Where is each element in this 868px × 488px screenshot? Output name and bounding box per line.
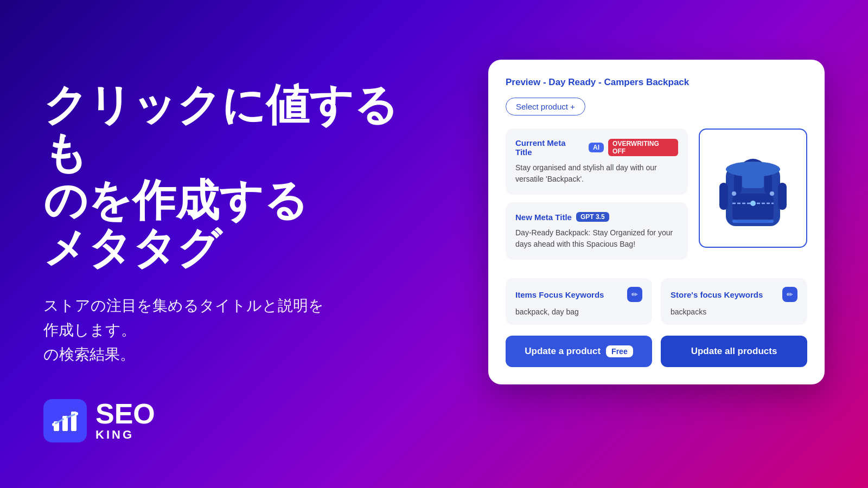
svg-point-3 bbox=[52, 423, 55, 426]
svg-point-5 bbox=[75, 412, 78, 415]
stores-focus-label: Store's focus Keywords bbox=[671, 290, 763, 299]
svg-rect-7 bbox=[732, 194, 774, 222]
svg-point-4 bbox=[63, 416, 67, 420]
current-meta-text: Stay organised and stylish all day with … bbox=[515, 162, 678, 185]
overwriting-badge: OVERWRITING OFF bbox=[608, 139, 678, 156]
edit-pencil-icon: ✏ bbox=[631, 290, 638, 299]
subtitle: ストアの注目を集めるタイトルと説明を作成します。の検索結果。 bbox=[43, 294, 423, 367]
main-title: クリックに値するものを作成するメタタグ bbox=[43, 81, 423, 272]
stores-focus-edit-button[interactable]: ✏ bbox=[782, 287, 797, 302]
logo-king: KING bbox=[95, 428, 155, 442]
svg-point-9 bbox=[750, 201, 756, 206]
new-meta-header: New Meta Title GPT 3.5 bbox=[515, 212, 678, 222]
items-focus-box: Items Focus Keywords ✏ backpack, day bag bbox=[506, 278, 652, 325]
product-image-box bbox=[699, 129, 807, 248]
right-panel: Preview - Day Ready - Campers Backpack S… bbox=[488, 60, 825, 384]
gpt-badge: GPT 3.5 bbox=[576, 212, 609, 222]
current-meta-label: Current Meta Title bbox=[515, 138, 584, 157]
logo-text: SEO KING bbox=[95, 400, 155, 442]
left-section: クリックに値するものを作成するメタタグ ストアの注目を集めるタイトルと説明を作成… bbox=[43, 81, 423, 442]
stores-focus-box: Store's focus Keywords ✏ backpacks bbox=[661, 278, 807, 325]
ai-badge: AI bbox=[589, 143, 604, 152]
svg-rect-13 bbox=[778, 183, 787, 210]
preview-title: Preview - Day Ready - Campers Backpack bbox=[506, 77, 807, 88]
logo-area: SEO KING bbox=[43, 399, 423, 442]
svg-point-16 bbox=[732, 191, 736, 196]
svg-rect-18 bbox=[732, 220, 774, 223]
svg-rect-12 bbox=[719, 183, 728, 210]
items-focus-edit-button[interactable]: ✏ bbox=[627, 287, 642, 302]
logo-icon bbox=[43, 399, 87, 442]
new-meta-box: New Meta Title GPT 3.5 Day-Ready Backpac… bbox=[506, 202, 688, 260]
update-all-products-button[interactable]: Update all products bbox=[661, 336, 807, 367]
content-area: Current Meta Title AI OVERWRITING OFF St… bbox=[506, 129, 807, 267]
free-badge: Free bbox=[606, 345, 633, 357]
items-focus-value: backpack, day bag bbox=[515, 307, 642, 316]
new-meta-text: Day-Ready Backpack: Stay Organized for y… bbox=[515, 227, 678, 250]
svg-point-17 bbox=[770, 191, 774, 196]
new-meta-label: New Meta Title bbox=[515, 213, 572, 222]
logo-seo: SEO bbox=[95, 400, 155, 428]
update-all-label: Update all products bbox=[691, 346, 777, 356]
items-focus-label: Items Focus Keywords bbox=[515, 290, 604, 299]
svg-point-14 bbox=[726, 162, 780, 177]
items-focus-header: Items Focus Keywords ✏ bbox=[515, 287, 642, 302]
keywords-section: Items Focus Keywords ✏ backpack, day bag… bbox=[506, 278, 807, 325]
stores-focus-header: Store's focus Keywords ✏ bbox=[671, 287, 797, 302]
current-meta-box: Current Meta Title AI OVERWRITING OFF St… bbox=[506, 129, 688, 195]
select-product-button[interactable]: Select product + bbox=[506, 98, 585, 115]
update-product-label: Update a product bbox=[525, 346, 601, 357]
svg-rect-15 bbox=[742, 175, 764, 188]
action-buttons: Update a product Free Update all product… bbox=[506, 336, 807, 367]
meta-section: Current Meta Title AI OVERWRITING OFF St… bbox=[506, 129, 688, 267]
select-product-label: Select product + bbox=[516, 102, 575, 111]
edit-pencil-icon-2: ✏ bbox=[787, 290, 793, 299]
stores-focus-value: backpacks bbox=[671, 307, 797, 316]
current-meta-header: Current Meta Title AI OVERWRITING OFF bbox=[515, 138, 678, 157]
update-product-button[interactable]: Update a product Free bbox=[506, 336, 652, 367]
